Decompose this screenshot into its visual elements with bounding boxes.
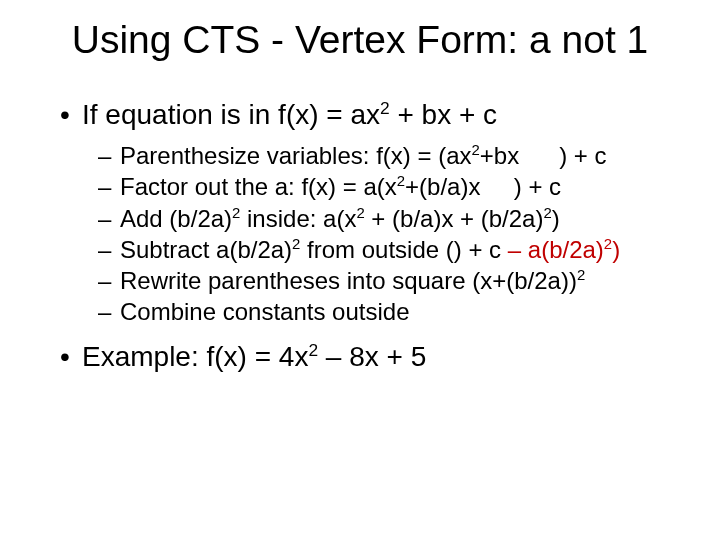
text: Add (b/2a) xyxy=(120,205,232,232)
sup: 2 xyxy=(356,205,364,221)
sub-bullet-rewrite: Rewrite parentheses into square (x+(b/2a… xyxy=(60,266,660,295)
text: Parenthesize variables: f(x) = (ax xyxy=(120,142,471,169)
sup: 2 xyxy=(471,142,479,158)
text: If equation is in f(x) = ax xyxy=(82,99,380,130)
sup: 2 xyxy=(308,339,318,359)
sub-bullet-add: Add (b/2a)2 inside: a(x2 + (b/a)x + (b/2… xyxy=(60,204,660,233)
sup: 2 xyxy=(397,173,405,189)
text: Rewrite parentheses into square (x+(b/2a… xyxy=(120,267,577,294)
sub-bullet-combine: Combine constants outside xyxy=(60,297,660,326)
bullet-lvl1-equation: If equation is in f(x) = ax2 + bx + c xyxy=(60,99,660,131)
text: Combine constants outside xyxy=(120,298,410,325)
sub-bullet-subtract: Subtract a(b/2a)2 from outside () + c – … xyxy=(60,235,660,264)
text: Example: f(x) = 4x xyxy=(82,341,308,372)
sup: 2 xyxy=(577,267,585,283)
text: – 8x + 5 xyxy=(318,341,426,372)
text: + bx + c xyxy=(390,99,497,130)
text-red: – a(b/2a) xyxy=(508,236,604,263)
slide-title: Using CTS - Vertex Form: a not 1 xyxy=(40,18,680,63)
sub-bullet-parenthesize: Parenthesize variables: f(x) = (ax2+bx )… xyxy=(60,141,660,170)
text: from outside () + c xyxy=(300,236,507,263)
sub-bullet-factor: Factor out the a: f(x) = a(x2+(b/a)x ) +… xyxy=(60,172,660,201)
sup: 2 xyxy=(543,205,551,221)
bullet-lvl1-example: Example: f(x) = 4x2 – 8x + 5 xyxy=(60,341,660,373)
text: inside: a(x xyxy=(240,205,356,232)
text: + (b/a)x + (b/2a) xyxy=(365,205,544,232)
slide: Using CTS - Vertex Form: a not 1 If equa… xyxy=(0,0,720,540)
text: +bx ) + c xyxy=(480,142,607,169)
text: ) xyxy=(552,205,560,232)
text: +(b/a)x ) + c xyxy=(405,173,561,200)
sup-red: 2 xyxy=(604,236,612,252)
text: Factor out the a: f(x) = a(x xyxy=(120,173,397,200)
text: Subtract a(b/2a) xyxy=(120,236,292,263)
sup: 2 xyxy=(380,98,390,118)
slide-body: If equation is in f(x) = ax2 + bx + c Pa… xyxy=(0,99,720,373)
text-red: ) xyxy=(612,236,620,263)
sub-bullet-group: Parenthesize variables: f(x) = (ax2+bx )… xyxy=(60,141,660,327)
